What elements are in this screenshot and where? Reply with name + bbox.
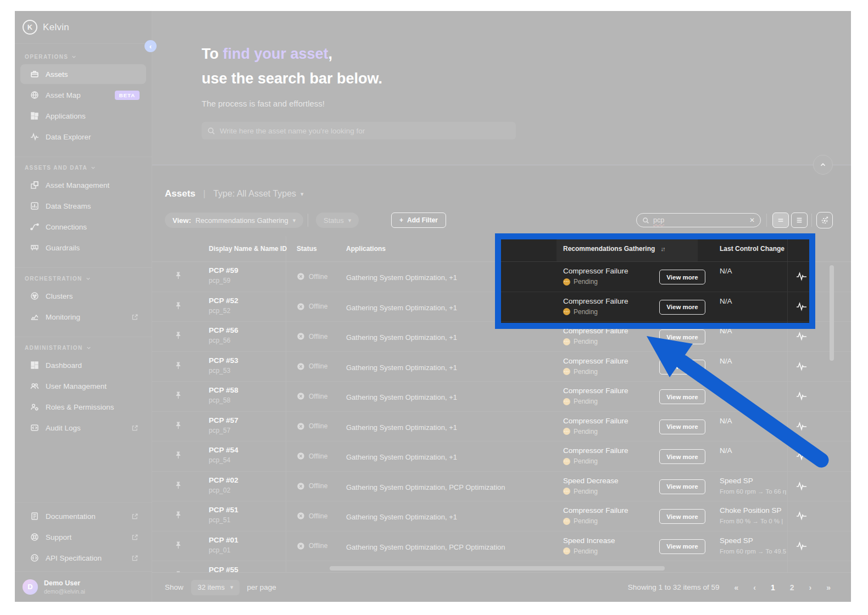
sidebar-item-support[interactable]: Support <box>20 527 146 547</box>
column-header-recommendations[interactable]: Recommendations Gathering↓↑ <box>563 245 664 253</box>
asset-search-input[interactable] <box>220 127 510 135</box>
clear-search-icon[interactable]: ✕ <box>749 216 755 224</box>
pin-icon[interactable] <box>174 271 182 280</box>
sidebar-item-dashboard[interactable]: Dashboard <box>20 355 146 375</box>
pin-icon[interactable] <box>174 331 182 340</box>
pulse-icon[interactable] <box>796 541 818 551</box>
table-row[interactable]: PCP #53pcp_53OfflineGathering System Opt… <box>152 352 851 382</box>
user-profile[interactable]: D Demo User demo@kelvin.ai <box>15 571 152 602</box>
column-header-status[interactable]: Status <box>297 245 317 253</box>
view-more-button[interactable]: View more <box>659 329 705 344</box>
column-header-name[interactable]: Display Name & Name ID <box>209 245 287 253</box>
pin-icon[interactable] <box>174 511 182 519</box>
table-settings-button[interactable] <box>816 212 833 228</box>
sidebar-item-asset-management[interactable]: Asset Management <box>20 175 146 195</box>
pending-status-label: Pending <box>574 368 598 376</box>
asset-id: pcp_52 <box>209 307 238 315</box>
collapse-hero-button[interactable] <box>813 155 833 175</box>
sidebar-item-api-specification[interactable]: API Specification <box>20 548 146 568</box>
sidebar-item-monitoring[interactable]: Monitoring <box>20 307 146 327</box>
sidebar-item-applications[interactable]: Applications <box>20 106 146 126</box>
add-filter-button[interactable]: +Add Filter <box>391 213 446 228</box>
hero-title: To find your asset, use the search bar b… <box>202 42 382 91</box>
sidebar-item-data-streams[interactable]: Data Streams <box>20 196 146 216</box>
column-divider <box>286 322 286 351</box>
page-button-2[interactable]: 2 <box>790 583 794 592</box>
vertical-scrollbar[interactable] <box>830 265 834 361</box>
sidebar-item-assets[interactable]: Assets <box>20 64 146 84</box>
sidebar-item-audit-logs[interactable]: Audit Logs <box>20 418 146 438</box>
first-page-button[interactable]: « <box>734 583 738 592</box>
table-row[interactable]: PCP #57pcp_57OfflineGathering System Opt… <box>152 412 851 442</box>
pulse-icon[interactable] <box>796 481 818 491</box>
pulse-icon[interactable] <box>796 361 818 371</box>
asset-name: PCP #01 <box>209 536 238 544</box>
table-row[interactable]: PCP #51pcp_51OfflineGathering System Opt… <box>152 501 851 532</box>
sidebar-item-documentation[interactable]: Documentation <box>20 506 146 526</box>
sidebar-item-user-management[interactable]: User Management <box>20 376 146 396</box>
table-row[interactable]: PCP #02pcp_02OfflineGathering System Opt… <box>152 472 851 502</box>
sidebar-nav: OPERATIONSAssetsAsset MapBETAApplication… <box>15 54 152 438</box>
sidebar-item-connections[interactable]: Connections <box>20 217 146 237</box>
sidebar-item-asset-map[interactable]: Asset MapBETA <box>20 85 146 105</box>
offline-icon <box>297 392 305 400</box>
pulse-icon[interactable] <box>796 421 818 431</box>
horizontal-scrollbar[interactable] <box>330 566 665 571</box>
view-more-button[interactable]: View more <box>659 539 705 554</box>
asset-search-bar[interactable] <box>202 122 516 139</box>
pulse-icon[interactable] <box>796 271 818 281</box>
sidebar-item-data-explorer[interactable]: Data Explorer <box>20 127 146 147</box>
sidebar-item-guardrails[interactable]: Guardrails <box>20 238 146 258</box>
pending-status-label: Pending <box>574 308 598 316</box>
sidebar-section-assets-and-data[interactable]: ASSETS AND DATA <box>15 156 152 174</box>
pin-icon[interactable] <box>174 541 182 550</box>
view-more-button[interactable]: View more <box>659 509 705 524</box>
table-row[interactable]: PCP #59pcp_59OfflineGathering System Opt… <box>152 262 851 292</box>
prev-page-button[interactable]: ‹ <box>753 583 756 592</box>
pin-icon[interactable] <box>174 451 182 460</box>
pulse-icon[interactable] <box>796 511 818 521</box>
sidebar-item-roles-permissions[interactable]: Roles & Permissions <box>20 397 146 417</box>
pin-icon[interactable] <box>174 481 182 490</box>
sidebar-section-operations[interactable]: OPERATIONS <box>15 54 152 63</box>
pin-icon[interactable] <box>174 361 182 370</box>
view-filter-dropdown[interactable]: View:Recommendations Gathering▾ <box>165 213 303 228</box>
sidebar-section-orchestration[interactable]: ORCHESTRATION <box>15 267 152 285</box>
sidebar-section-administration[interactable]: ADMINISTRATION <box>15 337 152 354</box>
table-row[interactable]: PCP #54pcp_54OfflineGathering System Opt… <box>152 441 851 472</box>
table-row[interactable]: PCP #58pcp_58OfflineGathering System Opt… <box>152 382 851 412</box>
sidebar-item-clusters[interactable]: Clusters <box>20 286 146 306</box>
table-search-input[interactable]: pcp ✕ <box>636 213 761 227</box>
pulse-icon[interactable] <box>796 451 818 461</box>
table-row[interactable]: PCP #52pcp_52OfflineGathering System Opt… <box>152 292 851 322</box>
compact-view-toggle[interactable] <box>772 213 789 228</box>
view-more-button[interactable]: View more <box>659 360 705 374</box>
status-filter-dropdown[interactable]: Status▾ <box>316 213 359 228</box>
list-view-toggle[interactable] <box>791 213 808 228</box>
pin-icon[interactable] <box>174 391 182 400</box>
view-more-button[interactable]: View more <box>659 449 705 464</box>
type-filter-dropdown[interactable]: Type: All Asset Types▾ <box>213 189 303 199</box>
next-page-button[interactable]: › <box>809 583 812 592</box>
column-header-last-control[interactable]: Last Control Change <box>720 245 784 253</box>
column-header-applications[interactable]: Applications <box>346 245 386 253</box>
pin-icon[interactable] <box>174 421 182 430</box>
pulse-icon[interactable] <box>796 391 818 401</box>
view-more-button[interactable]: View more <box>659 420 705 434</box>
sort-arrows-icon[interactable]: ↓↑ <box>660 245 664 252</box>
pulse-icon[interactable] <box>796 331 818 341</box>
sidebar-collapse-button[interactable]: ‹ <box>144 40 157 52</box>
table-row[interactable]: PCP #56pcp_56OfflineGathering System Opt… <box>152 322 851 352</box>
pin-icon[interactable] <box>174 301 182 310</box>
page-button-1[interactable]: 1 <box>771 583 775 592</box>
view-more-button[interactable]: View more <box>659 479 705 494</box>
last-page-button[interactable]: » <box>826 583 831 592</box>
column-divider <box>787 412 788 441</box>
table-row[interactable]: PCP #01pcp_01OfflineGathering System Opt… <box>152 532 851 562</box>
view-more-button[interactable]: View more <box>659 389 705 404</box>
view-more-button[interactable]: View more <box>659 300 705 315</box>
items-per-page-dropdown[interactable]: 32 items▾ <box>191 580 240 595</box>
pulse-icon[interactable] <box>796 301 818 311</box>
view-more-button[interactable]: View more <box>659 270 705 284</box>
sidebar-item-label: Guardrails <box>46 244 80 252</box>
